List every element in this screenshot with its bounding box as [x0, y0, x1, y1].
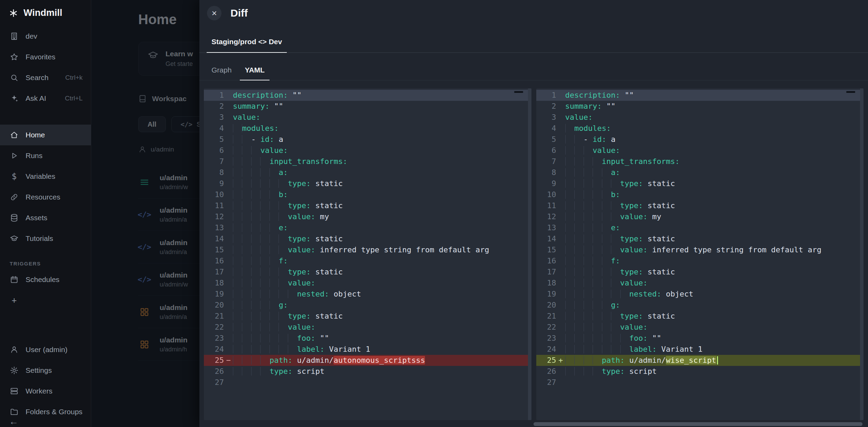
line-number: 7	[536, 156, 556, 167]
code-line: 22 value:	[204, 322, 531, 333]
diff-sign	[556, 300, 565, 311]
diff-sign	[556, 255, 565, 266]
code-line: 20 g:	[536, 300, 864, 311]
line-number: 23	[204, 333, 224, 344]
diff-sign	[224, 289, 233, 300]
diff-sign	[556, 333, 565, 344]
tab-yaml[interactable]: YAML	[240, 66, 270, 80]
line-number: 25	[204, 355, 224, 366]
dollar-icon: $	[9, 171, 19, 182]
modal-title: Diff	[230, 7, 248, 19]
diff-sign: −	[224, 355, 233, 366]
diff-sign	[556, 222, 565, 233]
sidebar-item-workers[interactable]: Workers	[0, 381, 91, 401]
code-line: 27	[536, 377, 864, 388]
sidebar-item-settings[interactable]: Settings	[0, 360, 91, 381]
line-number: 22	[536, 322, 556, 333]
sidebar-item-variables[interactable]: $ Variables	[0, 166, 91, 187]
diff-sign	[224, 266, 233, 278]
tab-graph[interactable]: Graph	[207, 66, 236, 80]
sidebar-item-home[interactable]: Home	[0, 125, 91, 145]
vertical-scrollbar[interactable]	[528, 88, 531, 420]
line-number: 13	[204, 222, 224, 233]
home-icon	[9, 130, 19, 140]
code-line: 16 f:	[536, 255, 864, 266]
app-logo[interactable]: Windmill	[0, 0, 91, 26]
line-number: 24	[536, 344, 556, 355]
vertical-scrollbar[interactable]	[860, 88, 864, 420]
sidebar-item-add-trigger[interactable]: +	[0, 290, 91, 311]
app-root: Windmill dev Favorites Search Ctrl+k Ask…	[0, 0, 868, 427]
code-line: 10 b:	[536, 189, 864, 200]
code-line: 2summary: ""	[536, 101, 864, 112]
line-number: 25	[536, 355, 556, 366]
code-line: 25− path: u/admin/autonomous_scriptsss	[204, 355, 531, 366]
folders-groups-label: Folders & Groups	[26, 408, 83, 416]
view-tabbar: Graph YAML	[199, 66, 868, 80]
horizontal-scrollbar[interactable]	[534, 422, 862, 426]
server-icon	[9, 386, 19, 396]
diff-panel-right[interactable]: 1description: ""2summary: ""3value:4 mod…	[536, 88, 864, 420]
ask-ai-label: Ask AI	[26, 94, 46, 103]
code-line: 14 type: static	[536, 233, 864, 244]
tab-staging-prod-dev[interactable]: Staging/prod <> Dev	[207, 38, 287, 53]
line-number: 5	[204, 134, 224, 145]
line-number: 18	[204, 278, 224, 289]
sidebar-item-runs[interactable]: Runs	[0, 145, 91, 166]
diff-tabbar: Staging/prod <> Dev	[199, 38, 868, 53]
line-number: 2	[204, 101, 224, 112]
diff-modal: × Diff Staging/prod <> Dev Graph YAML 1d…	[199, 0, 868, 427]
sidebar-item-search[interactable]: Search Ctrl+k	[0, 67, 91, 88]
line-number: 17	[536, 266, 556, 278]
diff-sign	[556, 189, 565, 200]
close-button[interactable]: ×	[207, 6, 221, 20]
diff-sign	[556, 377, 565, 388]
sidebar-item-favorites[interactable]: Favorites	[0, 47, 91, 67]
code-line: 7 input_transforms:	[536, 156, 864, 167]
diff-sign	[556, 167, 565, 178]
diff-sign: +	[556, 355, 565, 366]
sidebar-item-ask-ai[interactable]: Ask AI Ctrl+L	[0, 88, 91, 109]
app-name: Windmill	[23, 8, 62, 18]
code-line: 9 type: static	[536, 178, 864, 189]
code-line: 3value:	[536, 112, 864, 123]
user-icon	[9, 344, 19, 355]
line-number: 21	[204, 311, 224, 322]
sidebar-item-workspace[interactable]: dev	[0, 26, 91, 47]
sidebar-item-tutorials[interactable]: Tutorials	[0, 228, 91, 249]
code-line: 2summary: ""	[204, 101, 531, 112]
variables-label: Variables	[26, 172, 55, 181]
assets-label: Assets	[26, 214, 47, 222]
sidebar-item-resources[interactable]: Resources	[0, 187, 91, 207]
play-icon	[9, 151, 19, 161]
line-number: 4	[204, 123, 224, 134]
building-icon	[9, 31, 19, 41]
sidebar-item-user[interactable]: User (admin)	[0, 339, 91, 360]
code-left: 1description: ""2summary: ""3value:4 mod…	[204, 88, 531, 420]
line-number: 9	[536, 178, 556, 189]
sidebar-item-schedules[interactable]: Schedules	[0, 269, 91, 290]
graduation-cap-icon	[9, 233, 19, 244]
collapse-sidebar-icon[interactable]: ←	[9, 417, 18, 426]
diff-sign	[224, 233, 233, 244]
diff-sign	[224, 123, 233, 134]
diff-sign	[224, 101, 233, 112]
code-line: 13 e:	[536, 222, 864, 233]
line-number: 1	[204, 90, 224, 101]
sidebar-nav-main: Home Runs $ Variables Resources Assets T…	[0, 125, 91, 311]
collapse-icon[interactable]	[514, 91, 523, 93]
sidebar-item-assets[interactable]: Assets	[0, 207, 91, 228]
diff-panel-left[interactable]: 1description: ""2summary: ""3value:4 mod…	[204, 88, 531, 420]
collapse-icon[interactable]	[846, 91, 855, 93]
line-number: 4	[536, 123, 556, 134]
workers-label: Workers	[26, 387, 53, 395]
code-line: 15 value: inferred type string from defa…	[204, 244, 531, 255]
line-number: 11	[536, 200, 556, 211]
diff-sign	[556, 156, 565, 167]
code-line: 10 b:	[204, 189, 531, 200]
code-line: 26 type: script	[536, 366, 864, 377]
sidebar-nav-top: dev Favorites Search Ctrl+k Ask AI Ctrl+…	[0, 26, 91, 109]
ask-ai-shortcut: Ctrl+L	[65, 95, 83, 102]
search-label: Search	[26, 74, 49, 82]
code-line: 8 a:	[536, 167, 864, 178]
